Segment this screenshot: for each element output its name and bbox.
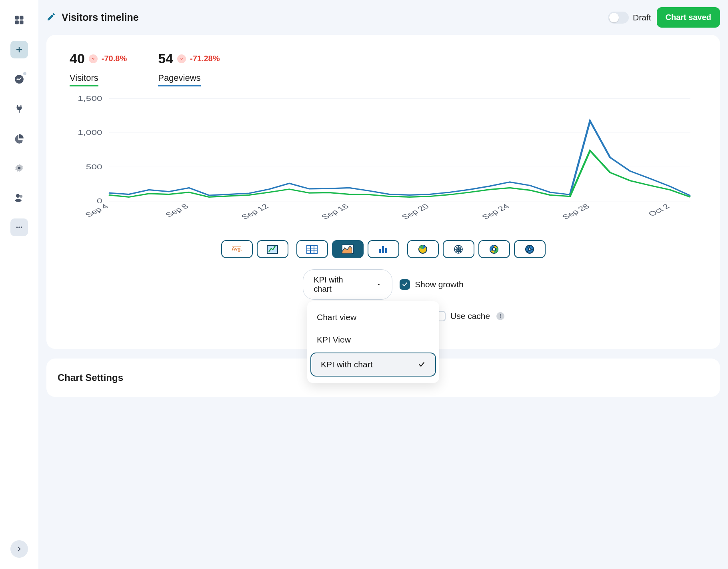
nav-add-icon[interactable] [10,41,28,58]
edit-icon[interactable] [46,12,56,23]
app-sidebar [0,0,38,569]
page-header: Visitors timeline Draft Chart saved [46,7,720,28]
show-growth-checkbox[interactable] [400,279,410,290]
view-option[interactable]: Chart view [307,306,439,329]
nav-plug-icon[interactable] [10,100,28,118]
view-controls-row: KPI with chart Show growth [70,269,697,300]
chart-type-radial[interactable] [514,240,546,258]
nav-collapse-icon[interactable] [10,540,28,558]
caret-down-icon [376,280,382,289]
svg-rect-1 [20,16,23,20]
trend-down-icon [177,54,186,63]
svg-point-10 [18,226,20,228]
svg-rect-39 [385,248,387,253]
nav-analytics-icon[interactable] [10,70,28,88]
show-growth-label: Show growth [415,280,463,289]
svg-text:Sep 12: Sep 12 [239,202,270,220]
nav-apps-icon[interactable] [10,11,28,29]
view-dropdown[interactable]: KPI with chart [303,269,392,300]
page-title: Visitors timeline [62,12,139,23]
chart-type-table[interactable] [296,240,328,258]
svg-text:1,000: 1,000 [78,129,102,136]
svg-text:Sep 4: Sep 4 [83,202,110,218]
svg-text:Sep 8: Sep 8 [163,202,190,218]
svg-rect-2 [15,20,19,24]
svg-point-44 [492,248,496,251]
svg-point-6 [16,194,20,198]
svg-text:Sep 24: Sep 24 [480,202,511,220]
kpi-visitors[interactable]: 40 -70.8% Visitors [70,51,127,86]
kpi-row: 40 -70.8% Visitors 54 -71.28% [70,51,697,86]
line-chart: 05001,0001,500Sep 4Sep 8Sep 12Sep 16Sep … [70,94,697,222]
svg-point-11 [21,226,22,228]
main-content: Visitors timeline Draft Chart saved 40 -… [38,0,728,569]
svg-rect-37 [379,249,381,253]
svg-point-7 [20,195,22,198]
chart-type-trend[interactable] [257,240,288,258]
svg-rect-0 [15,16,19,20]
nav-more-icon[interactable] [10,218,28,236]
nav-users-icon[interactable] [10,189,28,206]
use-cache-label: Use cache [450,311,490,321]
secondary-controls-row: hidden Chart viewKPI ViewKPI with chart … [70,309,697,329]
kpi-delta: -70.8% [102,54,127,63]
view-option[interactable]: KPI View [307,329,439,351]
trend-down-icon [89,54,98,63]
svg-rect-38 [382,246,384,253]
svg-text:Sep 16: Sep 16 [319,202,350,220]
svg-text:500: 500 [86,163,102,170]
draft-toggle[interactable] [608,12,629,24]
view-option[interactable]: KPI with chart [310,353,436,377]
svg-text:Sep 20: Sep 20 [400,202,431,220]
chart-type-pie[interactable] [407,240,439,258]
kpi-pageviews[interactable]: 54 -71.28% Pageviews [158,51,220,86]
chart-panel: 40 -70.8% Visitors 54 -71.28% [46,35,720,349]
chart-type-donut[interactable] [478,240,510,258]
show-growth-check: Show growth [400,279,463,290]
info-icon[interactable]: ! [496,312,504,320]
kpi-value: 40 [70,51,85,66]
kpi-value: 54 [158,51,173,66]
use-cache-check: Use cache ! [435,311,504,321]
save-button[interactable]: Chart saved [657,7,720,28]
kpi-delta: -71.28% [190,54,220,63]
chart-type-selector: Avg. [70,240,697,258]
chart-type-avg[interactable]: Avg. [221,240,253,258]
nav-settings-icon[interactable] [10,159,28,177]
svg-text:Sep 28: Sep 28 [560,202,591,220]
draft-toggle-wrap: Draft [608,12,651,24]
view-dropdown-menu: Chart viewKPI ViewKPI with chart [307,301,439,383]
svg-point-46 [528,248,531,250]
kpi-label: Pageviews [158,73,200,86]
view-dropdown-value: KPI with chart [314,275,358,294]
kpi-label: Visitors [70,73,98,86]
chart-type-area[interactable] [332,240,364,258]
nav-piechart-icon[interactable] [10,130,28,147]
svg-rect-3 [20,20,23,24]
chart-type-radar[interactable] [443,240,474,258]
svg-text:1,500: 1,500 [78,95,102,102]
svg-text:Oct 2: Oct 2 [646,202,672,218]
svg-rect-31 [307,245,317,253]
chart-type-bar[interactable] [368,240,399,258]
draft-toggle-label: Draft [633,13,651,22]
svg-point-9 [16,226,18,228]
svg-point-8 [15,199,22,202]
